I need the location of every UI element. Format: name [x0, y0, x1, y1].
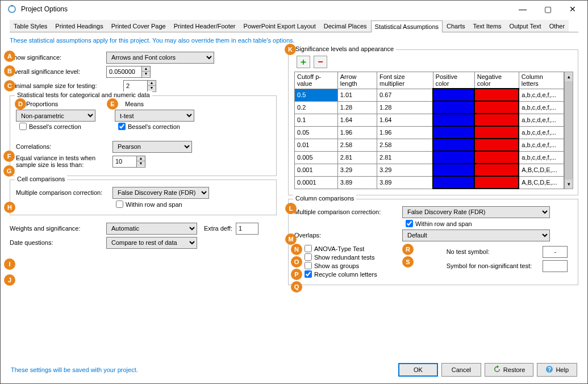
tab-output-text[interactable]: Output Text — [506, 20, 545, 32]
equal-var-input[interactable] — [112, 156, 136, 168]
non-sig-input[interactable] — [543, 260, 568, 272]
overlaps-select[interactable]: Default — [402, 229, 550, 241]
cell-mcc-select[interactable]: False Discovery Rate (FDR) — [112, 187, 209, 199]
means-select[interactable]: t-test — [115, 110, 194, 122]
table-cell[interactable] — [433, 89, 474, 101]
table-row[interactable]: 0.51.010.67a,b,c,d,e,f,... — [295, 89, 564, 101]
table-cell[interactable]: 3.29 — [337, 164, 377, 176]
table-cell[interactable]: 0.0001 — [295, 176, 338, 189]
table-cell[interactable]: 1.96 — [377, 126, 433, 139]
scroll-down-icon[interactable]: ▾ — [565, 180, 573, 189]
table-row[interactable]: 0.21.281.28a,b,c,d,e,f,... — [295, 101, 564, 114]
overall-sig-input[interactable] — [106, 66, 141, 78]
scroll-up-icon[interactable]: ▴ — [565, 72, 573, 81]
table-cell[interactable]: a,b,c,d,e,f,... — [519, 101, 564, 114]
table-cell[interactable]: 1.01 — [337, 89, 377, 101]
table-cell[interactable] — [433, 164, 474, 176]
table-cell[interactable] — [433, 114, 474, 126]
table-cell[interactable]: a,b,c,d,e,f,... — [519, 89, 564, 101]
redundant-checkbox[interactable] — [305, 253, 312, 261]
recycle-checkbox[interactable] — [305, 270, 312, 278]
table-cell[interactable] — [474, 101, 519, 114]
table-row[interactable]: 0.012.582.58a,b,c,d,e,f,... — [295, 139, 564, 151]
table-row[interactable]: 0.0013.293.29A,B,C,D,E,... — [295, 164, 564, 176]
anova-checkbox[interactable] — [305, 245, 312, 252]
table-cell[interactable]: 0.005 — [295, 151, 338, 164]
table-cell[interactable]: 1.28 — [337, 101, 377, 114]
sig-levels-table[interactable]: Cutoff p-valueArrow lengthFont size mult… — [294, 72, 564, 189]
table-cell[interactable]: A,B,C,D,E,... — [519, 176, 564, 189]
table-cell[interactable] — [433, 151, 474, 164]
means-bessel-checkbox[interactable] — [118, 123, 126, 130]
remove-row-button[interactable]: − — [314, 56, 327, 68]
table-cell[interactable]: 0.1 — [295, 114, 338, 126]
cell-within-checkbox[interactable] — [116, 201, 123, 208]
tab-table-styles[interactable]: Table Styles — [10, 20, 51, 32]
ok-button[interactable]: OK — [398, 363, 438, 377]
table-cell[interactable]: 0.2 — [295, 101, 338, 114]
table-cell[interactable]: 0.01 — [295, 139, 338, 151]
table-cell[interactable]: a,b,c,d,e,f,... — [519, 139, 564, 151]
equal-var-spinner[interactable]: ▲▼ — [112, 156, 145, 168]
table-cell[interactable]: 0.05 — [295, 126, 338, 139]
extra-deff-input[interactable] — [236, 223, 258, 235]
overall-sig-spinner[interactable]: ▲▼ — [106, 66, 151, 78]
tab-printed-cover-page[interactable]: Printed Cover Page — [107, 20, 170, 32]
table-cell[interactable] — [474, 89, 519, 101]
table-cell[interactable] — [474, 176, 519, 189]
cancel-button[interactable]: Cancel — [441, 363, 481, 377]
min-sample-spinner[interactable]: ▲▼ — [123, 80, 156, 92]
close-button[interactable]: ✕ — [560, 1, 585, 18]
no-test-input[interactable] — [543, 246, 568, 258]
table-cell[interactable]: A,B,C,D,E,... — [519, 164, 564, 176]
tab-statistical-assumptions[interactable]: Statistical Assumptions — [371, 20, 443, 32]
date-q-select[interactable]: Compare to rest of data — [106, 237, 197, 249]
scroll-track[interactable] — [565, 81, 573, 180]
show-significance-select[interactable]: Arrows and Font colors — [106, 52, 214, 64]
maximize-button[interactable]: ▢ — [535, 1, 560, 18]
tab-text-items[interactable]: Text Items — [469, 20, 505, 32]
table-cell[interactable]: 0.67 — [377, 89, 433, 101]
table-cell[interactable] — [474, 164, 519, 176]
table-cell[interactable]: 3.29 — [377, 164, 433, 176]
table-cell[interactable] — [474, 114, 519, 126]
table-cell[interactable]: a,b,c,d,e,f,... — [519, 151, 564, 164]
table-cell[interactable] — [474, 151, 519, 164]
table-cell[interactable]: 0.001 — [295, 164, 338, 176]
help-button[interactable]: ? Help — [537, 363, 577, 377]
table-cell[interactable]: 3.89 — [377, 176, 433, 189]
table-cell[interactable] — [474, 139, 519, 151]
table-cell[interactable]: 1.64 — [337, 114, 377, 126]
proportions-select[interactable]: Non-parametric — [16, 110, 95, 122]
table-cell[interactable]: 1.64 — [377, 114, 433, 126]
table-cell[interactable]: 2.81 — [377, 151, 433, 164]
spinner-buttons[interactable]: ▲▼ — [141, 66, 151, 78]
spinner-buttons[interactable]: ▲▼ — [136, 156, 145, 168]
table-cell[interactable]: 0.5 — [295, 89, 338, 101]
tab-printed-header-footer[interactable]: Printed Header/Footer — [170, 20, 240, 32]
table-cell[interactable]: 2.58 — [377, 139, 433, 151]
table-cell[interactable] — [433, 126, 474, 139]
tab-other[interactable]: Other — [545, 20, 569, 32]
min-sample-input[interactable] — [123, 80, 147, 92]
tab-decimal-places[interactable]: Decimal Places — [320, 20, 371, 32]
table-cell[interactable]: a,b,c,d,e,f,... — [519, 114, 564, 126]
prop-bessel-checkbox[interactable] — [19, 123, 27, 130]
table-cell[interactable]: 2.81 — [337, 151, 377, 164]
tab-printed-headings[interactable]: Printed Headings — [51, 20, 107, 32]
table-row[interactable]: 0.11.641.64a,b,c,d,e,f,... — [295, 114, 564, 126]
table-cell[interactable]: 3.89 — [337, 176, 377, 189]
tab-charts[interactable]: Charts — [443, 20, 469, 32]
table-scrollbar[interactable]: ▴ ▾ — [564, 72, 573, 189]
restore-button[interactable]: Restore — [485, 363, 534, 377]
table-row[interactable]: 0.051.961.96a,b,c,d,e,f,... — [295, 126, 564, 139]
weights-select[interactable]: Automatic — [106, 223, 197, 235]
table-row[interactable]: 0.0052.812.81a,b,c,d,e,f,... — [295, 151, 564, 164]
minimize-button[interactable]: — — [510, 1, 535, 18]
table-cell[interactable]: 1.96 — [337, 126, 377, 139]
correlations-select[interactable]: Pearson — [112, 141, 192, 153]
table-cell[interactable]: a,b,c,d,e,f,... — [519, 126, 564, 139]
add-row-button[interactable]: ＋ — [297, 56, 310, 68]
table-cell[interactable] — [433, 176, 474, 189]
groups-checkbox[interactable] — [305, 262, 312, 269]
